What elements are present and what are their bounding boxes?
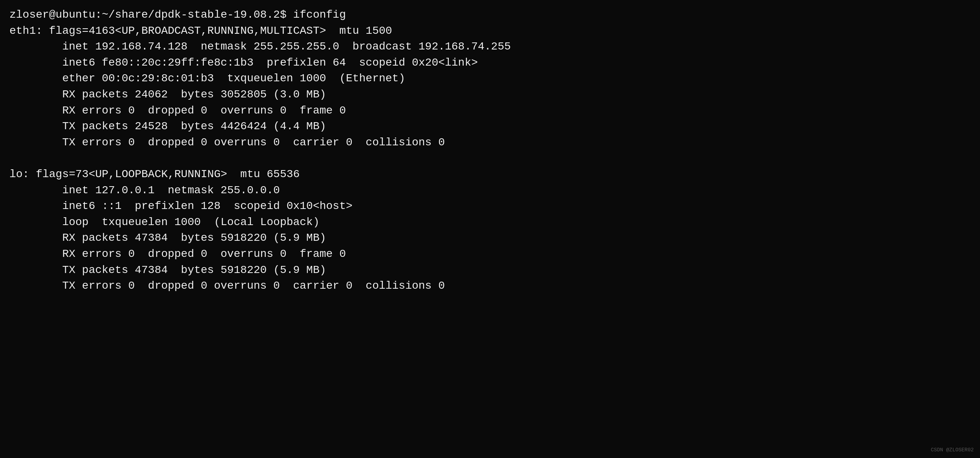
- lo-inet6: inet6 ::1 prefixlen 128 scopeid 0x10<hos…: [9, 200, 353, 212]
- eth1-rx-packets: RX packets 24062 bytes 3052805 (3.0 MB): [9, 88, 326, 101]
- eth1-tx-packets: TX packets 24528 bytes 4426424 (4.4 MB): [9, 120, 326, 132]
- lo-rx-errors: RX errors 0 dropped 0 overruns 0 frame 0: [9, 248, 346, 260]
- eth1-inet: inet 192.168.74.128 netmask 255.255.255.…: [9, 40, 511, 53]
- eth1-tx-errors: TX errors 0 dropped 0 overruns 0 carrier…: [9, 136, 445, 148]
- lo-tx-errors: TX errors 0 dropped 0 overruns 0 carrier…: [9, 280, 445, 292]
- eth1-ether: ether 00:0c:29:8c:01:b3 txqueuelen 1000 …: [9, 72, 405, 84]
- terminal-output: zloser@ubuntu:~/share/dpdk-stable-19.08.…: [9, 7, 971, 294]
- lo-header: lo: flags=73<UP,LOOPBACK,RUNNING> mtu 65…: [9, 168, 300, 180]
- eth1-header: eth1: flags=4163<UP,BROADCAST,RUNNING,MU…: [9, 25, 392, 37]
- watermark-text: CSDN @ZLOSER02: [931, 447, 974, 454]
- lo-rx-packets: RX packets 47384 bytes 5918220 (5.9 MB): [9, 232, 326, 244]
- lo-inet: inet 127.0.0.1 netmask 255.0.0.0: [9, 184, 280, 196]
- eth1-inet6: inet6 fe80::20c:29ff:fe8c:1b3 prefixlen …: [9, 57, 478, 69]
- lo-tx-packets: TX packets 47384 bytes 5918220 (5.9 MB): [9, 264, 326, 276]
- lo-loop: loop txqueuelen 1000 (Local Loopback): [9, 216, 320, 228]
- eth1-rx-errors: RX errors 0 dropped 0 overruns 0 frame 0: [9, 104, 346, 117]
- prompt-line: zloser@ubuntu:~/share/dpdk-stable-19.08.…: [9, 9, 346, 21]
